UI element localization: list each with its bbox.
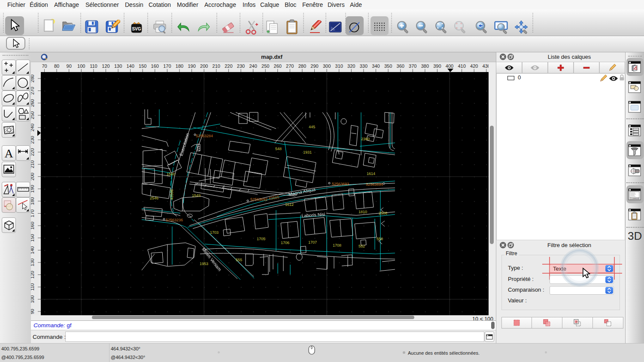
svg-text:A: A [4, 147, 13, 160]
svg-text:1953: 1953 [200, 262, 208, 266]
svg-text:1931: 1931 [303, 150, 312, 154]
svg-text:380: 380 [421, 63, 429, 69]
svg-text:43506: 43506 [170, 189, 174, 200]
svg-text:1549: 1549 [192, 193, 200, 198]
svg-text:180: 180 [31, 197, 35, 205]
svg-text:130: 130 [31, 259, 35, 266]
svg-text:390: 390 [433, 63, 441, 69]
svg-text:SVG: SVG [132, 27, 141, 31]
svg-text:410: 410 [458, 63, 465, 69]
svg-text:160: 160 [151, 63, 159, 69]
svg-text:250: 250 [31, 112, 35, 119]
svg-text:80: 80 [54, 63, 59, 69]
svg-text:150: 150 [139, 63, 146, 69]
svg-text:1580: 1580 [167, 172, 175, 176]
svg-text:140: 140 [126, 63, 134, 69]
svg-text:260: 260 [31, 99, 35, 107]
svg-text:200: 200 [200, 63, 208, 69]
svg-text:220: 220 [225, 63, 232, 69]
svg-text:170: 170 [31, 209, 35, 217]
svg-text:180: 180 [176, 63, 183, 69]
svg-text:190: 190 [188, 63, 195, 69]
svg-text:120: 120 [102, 63, 109, 69]
svg-text:548: 548 [275, 147, 282, 151]
svg-text:270: 270 [286, 63, 294, 69]
svg-text:1705: 1705 [257, 237, 265, 241]
svg-text:250: 250 [261, 63, 269, 69]
svg-text:130: 130 [114, 63, 122, 69]
svg-text:350: 350 [384, 63, 392, 69]
svg-text:1703: 1703 [210, 230, 219, 235]
svg-text:150: 150 [31, 234, 35, 242]
svg-text:552: 552 [358, 244, 365, 248]
svg-text:90: 90 [67, 63, 72, 69]
svg-text:230: 230 [237, 63, 245, 69]
svg-text:300: 300 [323, 63, 331, 69]
svg-text:1810: 1810 [358, 210, 367, 214]
svg-text:1708: 1708 [333, 243, 341, 247]
svg-text:200: 200 [31, 173, 35, 181]
svg-text:52563693: 52563693 [332, 182, 349, 186]
svg-text:260: 260 [274, 63, 282, 69]
svg-text:270: 270 [31, 87, 35, 94]
svg-text:2546: 2546 [150, 196, 158, 200]
svg-text:170: 170 [163, 63, 171, 69]
svg-text:445: 445 [309, 125, 315, 129]
svg-text:1612: 1612 [285, 202, 294, 207]
svg-text:330: 330 [360, 63, 368, 69]
svg-text:C command: C command [631, 198, 639, 199]
svg-text:220: 220 [31, 148, 35, 156]
svg-text:2506: 2506 [379, 211, 387, 215]
svg-text:70: 70 [42, 63, 47, 69]
svg-text:370: 370 [409, 63, 416, 69]
svg-text:52563694: 52563694 [366, 182, 383, 187]
svg-text:280: 280 [31, 75, 35, 82]
svg-text:430: 430 [483, 63, 489, 69]
svg-text:90: 90 [31, 309, 35, 314]
svg-text:1614: 1614 [367, 172, 375, 176]
svg-text:160: 160 [31, 222, 35, 229]
svg-text:230: 230 [31, 136, 35, 144]
svg-text:1706: 1706 [281, 241, 289, 245]
svg-text:190: 190 [31, 185, 35, 193]
svg-text:100: 100 [77, 63, 85, 69]
svg-text:360: 360 [397, 63, 404, 69]
svg-text:120: 120 [31, 271, 35, 278]
svg-text:1707: 1707 [308, 240, 317, 244]
svg-text:240: 240 [31, 124, 35, 131]
svg-text:310: 310 [335, 63, 343, 69]
svg-text:52563236: 52563236 [166, 218, 183, 222]
svg-text:290: 290 [310, 63, 318, 69]
svg-text:320: 320 [347, 63, 355, 69]
svg-text:210: 210 [31, 160, 35, 168]
svg-text:555: 555 [236, 258, 242, 262]
svg-text:52563692: 52563692 [250, 197, 267, 202]
svg-text:52563284: 52563284 [196, 134, 213, 138]
svg-text:420: 420 [470, 63, 478, 69]
svg-text:340: 340 [372, 63, 380, 69]
svg-text:210: 210 [213, 63, 220, 69]
svg-text:240: 240 [249, 63, 257, 69]
svg-text:2360: 2360 [361, 137, 370, 141]
svg-text:110: 110 [31, 283, 35, 291]
svg-text:110: 110 [90, 63, 97, 69]
svg-text:400: 400 [446, 63, 453, 69]
svg-text:550: 550 [377, 237, 383, 241]
svg-text:140: 140 [31, 246, 35, 254]
svg-text:100: 100 [31, 296, 35, 303]
svg-text:280: 280 [298, 63, 306, 69]
